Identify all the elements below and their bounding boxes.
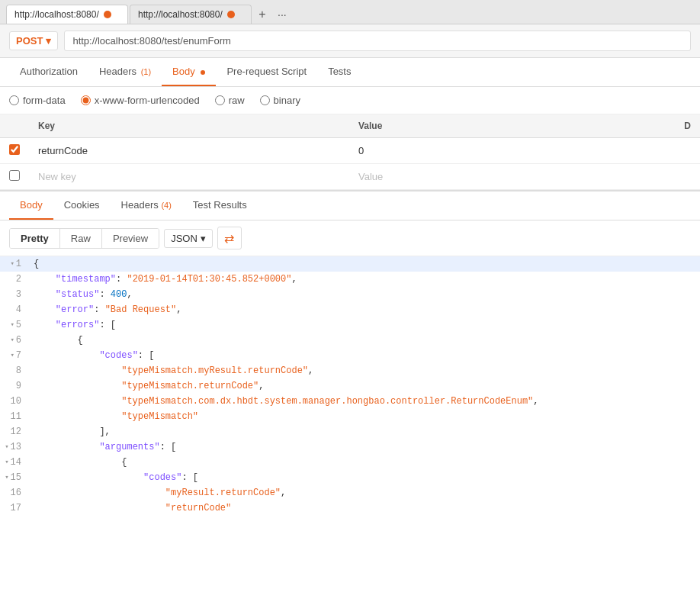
col-key: Key	[29, 114, 349, 138]
response-toolbar: Pretty Raw Preview JSON ▾ ⇄	[0, 220, 700, 256]
line-num-2: 2	[0, 272, 31, 287]
line-content-3: "status": 400,	[31, 287, 133, 302]
resp-tab-headers[interactable]: Headers (4)	[111, 192, 182, 220]
code-line-5: ▾5 "errors": [	[0, 317, 700, 333]
tab-dot-1	[104, 11, 111, 18]
code-line-16: 16 "myResult.returnCode",	[0, 485, 700, 500]
radio-raw[interactable]: raw	[215, 95, 245, 106]
resp-tab-cookies[interactable]: Cookies	[53, 192, 111, 220]
tab-headers[interactable]: Headers (1)	[88, 58, 162, 86]
tab-authorization[interactable]: Authorization	[9, 58, 88, 86]
request-tabs: Authorization Headers (1) Body Pre-reque…	[0, 58, 700, 87]
line-num-13: ▾13	[0, 439, 31, 455]
code-line-13: ▾13 "arguments": [	[0, 439, 700, 455]
method-label: POST	[16, 35, 43, 47]
line-num-14: ▾14	[0, 455, 31, 470]
tab-body-label: Body	[172, 66, 195, 77]
line-content-17: "returnCode"	[31, 500, 231, 516]
view-pretty-btn[interactable]: Pretty	[10, 229, 60, 248]
col-delete: D	[675, 114, 700, 138]
line-content-1: {	[31, 256, 39, 272]
placeholder-checkbox[interactable]	[9, 170, 20, 181]
code-line-14: ▾14 {	[0, 455, 700, 470]
code-line-12: 12 ],	[0, 424, 700, 439]
format-label: JSON	[171, 233, 197, 244]
resp-tab-test-results-label: Test Results	[193, 199, 247, 211]
radio-raw-input[interactable]	[215, 95, 225, 105]
browser-tab-1[interactable]: http://localhost:8080/	[6, 5, 128, 24]
response-tabs: Body Cookies Headers (4) Test Results	[0, 192, 700, 220]
more-tabs-button[interactable]: ···	[273, 7, 291, 22]
resp-tab-body[interactable]: Body	[9, 192, 53, 220]
tab-tests[interactable]: Tests	[317, 58, 361, 86]
tab-pre-request[interactable]: Pre-request Script	[216, 58, 317, 86]
add-tab-button[interactable]: +	[253, 5, 271, 24]
radio-form-data[interactable]: form-data	[9, 95, 66, 106]
view-raw-btn[interactable]: Raw	[60, 229, 102, 248]
code-line-11: 11 "typeMismatch"	[0, 409, 700, 424]
code-line-4: 4 "error": "Bad Request",	[0, 302, 700, 317]
code-line-7: ▾7 "codes": [	[0, 348, 700, 363]
tab-headers-label: Headers	[99, 66, 136, 77]
line-num-3: 3	[0, 287, 31, 302]
line-content-16: "myResult.returnCode",	[31, 485, 286, 500]
format-selector[interactable]: JSON ▾	[164, 229, 213, 248]
radio-form-data-label: form-data	[23, 95, 66, 106]
line-num-10: 10	[0, 394, 31, 409]
code-line-9: 9 "typeMismatch.returnCode",	[0, 378, 700, 394]
body-dot	[201, 70, 205, 75]
tab-tests-label: Tests	[328, 66, 351, 77]
code-line-6: ▾6 {	[0, 333, 700, 348]
radio-binary[interactable]: binary	[260, 95, 300, 106]
line-num-6: ▾6	[0, 333, 31, 348]
table-row: returnCode 0	[0, 138, 700, 164]
tab-authorization-label: Authorization	[20, 66, 78, 77]
radio-form-data-input[interactable]	[9, 95, 19, 105]
line-content-7: "codes": [	[31, 348, 154, 363]
line-num-4: 4	[0, 302, 31, 317]
headers-badge: (1)	[141, 67, 151, 76]
method-selector[interactable]: POST ▾	[9, 31, 58, 50]
wrap-button[interactable]: ⇄	[217, 227, 242, 249]
line-content-15: "codes": [	[31, 470, 198, 485]
tab-body[interactable]: Body	[162, 58, 216, 86]
placeholder-key: New key	[38, 171, 76, 182]
line-num-15: ▾15	[0, 470, 31, 485]
radio-x-www[interactable]: x-www-form-urlencoded	[81, 95, 200, 106]
line-num-8: 8	[0, 363, 31, 378]
line-content-5: "errors": [	[31, 317, 116, 333]
radio-x-www-input[interactable]	[81, 95, 91, 105]
body-type-row: form-data x-www-form-urlencoded raw bina…	[0, 87, 700, 114]
radio-x-www-label: x-www-form-urlencoded	[95, 95, 200, 106]
line-content-9: "typeMismatch.returnCode",	[31, 378, 264, 394]
line-content-10: "typeMismatch.com.dx.hbdt.system.manager…	[31, 394, 539, 409]
line-num-16: 16	[0, 485, 31, 500]
resp-tab-cookies-label: Cookies	[64, 199, 100, 211]
line-content-6: {	[31, 333, 83, 348]
line-num-1: ▾1	[0, 256, 31, 272]
radio-binary-input[interactable]	[260, 95, 270, 105]
line-content-11: "typeMismatch"	[31, 409, 198, 424]
line-num-12: 12	[0, 424, 31, 439]
url-input[interactable]	[64, 31, 691, 51]
row-value-1: 0	[358, 145, 364, 156]
resp-tab-headers-label: Headers	[121, 199, 159, 211]
line-num-9: 9	[0, 378, 31, 394]
url-bar: POST ▾	[0, 24, 700, 58]
col-check	[0, 114, 29, 138]
row-checkbox-1[interactable]	[9, 144, 20, 155]
response-section: Body Cookies Headers (4) Test Results Pr…	[0, 190, 700, 516]
code-line-3: 3 "status": 400,	[0, 287, 700, 302]
line-num-17: 17	[0, 500, 31, 516]
line-content-13: "arguments": [	[31, 439, 176, 455]
resp-tab-test-results[interactable]: Test Results	[182, 192, 258, 220]
code-line-17: 17 "returnCode"	[0, 500, 700, 516]
tab-dot-2	[227, 11, 235, 18]
placeholder-value: Value	[358, 171, 383, 182]
view-preview-btn[interactable]: Preview	[102, 229, 159, 248]
browser-tab-2[interactable]: http://localhost:8080/	[130, 5, 252, 24]
code-line-10: 10 "typeMismatch.com.dx.hbdt.system.mana…	[0, 394, 700, 409]
line-num-11: 11	[0, 409, 31, 424]
code-viewer[interactable]: ▾1 { 2 "timestamp": "2019-01-14T01:30:45…	[0, 256, 700, 516]
tab-pre-request-label: Pre-request Script	[226, 66, 307, 77]
